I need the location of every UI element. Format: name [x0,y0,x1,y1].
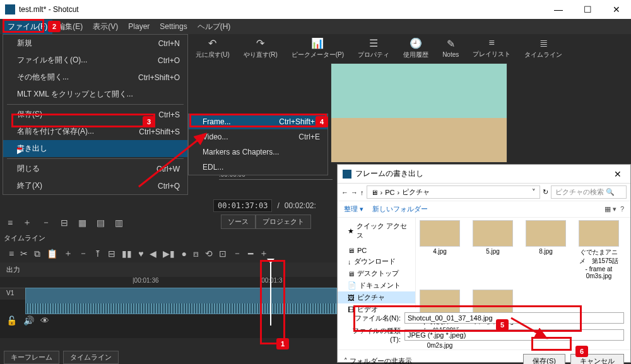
history-button[interactable]: 🕘使用履歴 [403,37,428,59]
tree-pictures[interactable]: 🖼 ピクチャ [338,291,415,303]
video-preview[interactable] [331,63,507,163]
mute-icon[interactable]: 🔊 [23,315,34,326]
current-timecode[interactable]: 00:01:37:03 [213,199,272,212]
dialog-close-button[interactable]: ✕ [605,169,630,179]
append-icon[interactable]: ＋ [64,248,73,259]
undo-icon: ↶ [208,37,216,49]
file-item[interactable]: 4.jpg [418,220,461,279]
save-button[interactable]: 保存(S) [523,354,565,364]
notes-button[interactable]: ✎Notes [442,38,459,58]
grid-icon[interactable]: ▦ [76,216,89,229]
split-clip-icon[interactable]: ▮▮ [122,249,132,259]
paste-icon[interactable]: 📋 [47,249,57,259]
keyframes-tab[interactable]: キーフレーム [4,351,59,364]
record-icon[interactable]: ● [181,249,186,259]
help-icon[interactable]: ? [620,205,624,213]
export-edl[interactable]: EDL... [189,160,327,175]
view1-icon[interactable]: ▤ [94,216,107,229]
view-mode-icon[interactable]: ▦ ▾ [604,205,616,213]
timeline-icon: ≣ [540,37,548,49]
file-item[interactable]: 5.jpg [471,220,514,279]
organize-button[interactable]: 整理 ▾ [344,204,363,214]
menu-view[interactable]: 表示(V) [88,20,123,34]
prev-marker-icon[interactable]: ◀ [150,249,156,259]
next-marker-icon[interactable]: ▶▮ [163,249,175,259]
playlist-button[interactable]: ≡プレイリスト [473,37,510,59]
close-button[interactable]: ✕ [602,0,631,19]
file-close[interactable]: 閉じるCtrl+W [3,160,187,177]
filetype-select[interactable]: JPEG (*.jpg *.jpeg) [404,329,624,341]
export-frame[interactable]: Frame...Ctrl+Shift+E [189,114,327,129]
tree-desktop[interactable]: 🖥 デスクトップ [338,267,415,279]
add-icon[interactable]: ＋ [20,216,34,230]
folder-hide-toggle[interactable]: ˄ フォルダーの非表示 [344,356,412,364]
lift-icon[interactable]: ⤒ [94,249,102,259]
annotation-badge-2: 2 [48,21,61,32]
menu-help[interactable]: ヘルプ(H) [192,20,236,34]
file-open[interactable]: ファイルを開く(O)...Ctrl+O [3,52,187,69]
menu-icon[interactable]: ≡ [5,216,15,229]
remove-icon[interactable]: － [39,216,53,230]
annotation-badge-6: 6 [575,346,588,357]
timeline-label: タイムライン [4,233,45,243]
undo-button[interactable]: ↶元に戻す(U) [196,37,230,59]
menu-file[interactable]: ファイル(F) [3,20,52,34]
timecode-ruler[interactable] [219,179,333,192]
export-markers[interactable]: Markers as Chapters... [189,144,327,160]
file-item[interactable]: ぐでたまアニメ 第1575話 - frame at 0m3s.jpg [577,220,620,279]
view2-icon[interactable]: ▥ [112,216,126,229]
nav-forward-icon[interactable]: → [351,189,358,196]
nav-back-icon[interactable]: ← [341,189,348,196]
peakmeter-button[interactable]: 📊ピークメーター(P) [292,37,344,59]
tree-documents[interactable]: 📄 ドキュメント [338,279,415,291]
menu-player[interactable]: Player [123,20,155,33]
delete-icon[interactable]: － [79,248,88,259]
minimize-button[interactable]: — [544,0,573,19]
snap-icon[interactable]: ⧈ [193,249,199,259]
file-save[interactable]: 保存(S)Ctrl+S [3,106,187,123]
timeline-ruler[interactable]: |00:01:36|00:01:3 [0,277,337,288]
breadcrumb-path[interactable]: 🖥 ›PC ›ピクチャ ˅ [367,185,541,199]
file-save-as[interactable]: 名前を付けて保存(A)...Ctrl+Shift+S [3,123,187,140]
timeline-tab[interactable]: タイムライン [63,351,119,364]
scrub-icon[interactable]: ⟲ [205,249,213,259]
cut-icon[interactable]: ✂ [20,249,28,259]
file-exit[interactable]: 終了(X)Ctrl+Q [3,177,187,194]
copy-icon[interactable]: ⧉ [34,249,40,259]
hide-icon[interactable]: 👁 [40,315,49,326]
playhead[interactable] [270,262,271,326]
file-new[interactable]: 新規Ctrl+N [3,35,187,52]
tree-downloads[interactable]: ↓ ダウンロード [338,255,415,267]
source-tab[interactable]: ソース [221,214,256,229]
ripple-icon[interactable]: ⊡ [219,249,227,259]
marker-icon[interactable]: ♥ [138,249,143,259]
tree-quickaccess[interactable]: ★ クイック アクセス [338,220,415,242]
search-input[interactable]: ピクチャの検索 🔍 [551,185,627,199]
window-title: test.mlt* - Shotcut [19,5,79,14]
file-open-mlt[interactable]: MLT XML をクリップとして開く... [3,86,187,103]
video-clip[interactable] [25,288,337,314]
lock-icon[interactable]: 🔓 [6,315,17,326]
tree-pc[interactable]: 🖥 PC [338,245,415,255]
file-item[interactable]: 8.jpg [524,220,567,279]
filename-input[interactable]: Shotcut_00_01_37_148.jpg [404,312,624,324]
zoom-out-icon[interactable]: － [233,248,242,259]
overwrite-icon[interactable]: ⊟ [108,249,115,259]
split-icon[interactable]: ⊟ [58,216,71,229]
tl-menu-icon[interactable]: ≡ [9,249,14,259]
redo-button[interactable]: ↷やり直す(R) [244,37,278,59]
maximize-button[interactable]: ☐ [573,0,602,19]
zoom-slider[interactable]: ━ [248,249,253,259]
nav-up-icon[interactable]: ↑ [360,189,364,196]
file-open-other[interactable]: その他を開く...Ctrl+Shift+O [3,69,187,86]
notes-icon: ✎ [447,38,455,50]
timeline-button[interactable]: ≣タイムライン [524,37,562,59]
file-export[interactable]: 書き出し▶ [3,140,187,157]
project-tab[interactable]: プロジェクト [256,214,311,229]
new-folder-button[interactable]: 新しいフォルダー [372,204,428,214]
refresh-icon[interactable]: ↻ [543,188,548,196]
export-video[interactable]: Video...Ctrl+E [189,129,327,144]
menu-settings[interactable]: Settings [155,20,192,33]
zoom-in-icon[interactable]: ＋ [259,248,268,259]
properties-button[interactable]: ☰プロパティ [358,37,389,59]
